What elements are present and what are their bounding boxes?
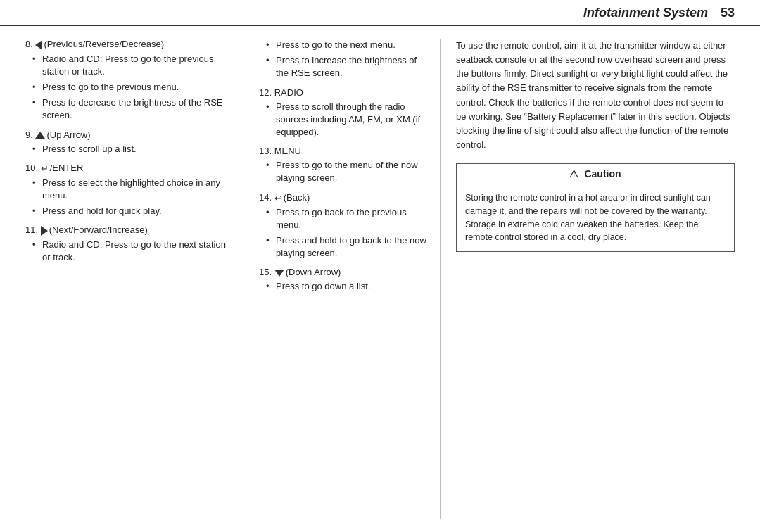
section-10-bullets: Press to select the highlighted choice i… [25,177,230,218]
list-item: Press to go to the previous menu. [32,81,230,94]
section-10: 10. ↵/ENTER Press to select the highligh… [25,163,230,218]
section-9-bullets: Press to scroll up a list. [25,143,230,156]
caution-title: Caution [584,168,621,179]
mid-column: Press to go to the next menu. Press to i… [243,39,441,519]
section-11-bullets: Radio and CD: Press to go to the next st… [25,239,230,264]
list-item: Press to go down a list. [266,280,427,293]
section-14-heading: 14. ↩(Back) [259,192,427,203]
section-9-label: (Up Arrow) [46,129,90,140]
section-12-bullets: Press to scroll through the radio source… [259,101,427,139]
content-area: 8. (Previous/Reverse/Decrease) Radio and… [0,26,760,532]
section-15-label: (Down Arrow) [286,267,341,277]
section-15-bullets: Press to go down a list. [259,280,427,293]
right-body-text: To use the remote control, aim it at the… [456,39,735,152]
section-14-bullets: Press to go back to the previous menu. P… [259,206,427,260]
section-13-label: MENU [274,146,301,156]
section-13-heading: 13. MENU [259,146,427,156]
page: Infotainment System 53 8. (Previous/Reve… [0,0,760,532]
list-item: Press to go to the next menu. [266,39,427,51]
right-column: To use the remote control, aim it at the… [441,39,735,519]
section-11-cont: Press to go to the next menu. Press to i… [259,39,427,80]
section-11-cont-bullets: Press to go to the next menu. Press to i… [259,39,427,80]
prev-triangle-icon [35,40,42,50]
next-triangle-icon [41,226,48,236]
list-item: Press to scroll up a list. [32,143,230,156]
section-14-label: (Back) [284,192,310,203]
caution-header: ⚠ Caution [457,164,734,184]
left-column: 8. (Previous/Reverse/Decrease) Radio and… [25,39,243,519]
section-12-label: RADIO [274,87,303,98]
section-13-bullets: Press to go to the menu of the now playi… [259,159,427,184]
section-10-label: /ENTER [50,163,84,173]
section-8: 8. (Previous/Reverse/Decrease) Radio and… [25,39,230,122]
down-triangle-icon [274,270,284,277]
enter-arrow-icon: ↵ [41,163,49,174]
section-11-label: (Next/Forward/Increase) [49,224,148,235]
list-item: Radio and CD: Press to go to the next st… [32,239,230,264]
section-8-bullets: Radio and CD: Press to go to the previou… [25,53,230,122]
list-item: Press to increase the brightness of the … [266,54,427,80]
section-15-heading: 15. (Down Arrow) [259,267,427,277]
section-14: 14. ↩(Back) Press to go back to the prev… [259,192,427,260]
page-header: Infotainment System 53 [0,0,760,26]
list-item: Press to go back to the previous menu. [266,206,427,232]
header-title: Infotainment System [583,6,708,20]
section-8-label: (Previous/Reverse/Decrease) [44,39,164,49]
section-13: 13. MENU Press to go to the menu of the … [259,146,427,184]
section-10-heading: 10. ↵/ENTER [25,163,230,174]
list-item: Press to go to the menu of the now playi… [266,159,427,184]
section-8-heading: 8. (Previous/Reverse/Decrease) [25,39,230,50]
list-item: Press to scroll through the radio source… [266,101,427,139]
section-12-heading: 12. RADIO [259,87,427,98]
section-12: 12. RADIO Press to scroll through the ra… [259,87,427,139]
list-item: Radio and CD: Press to go to the previou… [32,53,230,78]
caution-body-text: Storing the remote control in a hot area… [457,184,734,251]
list-item: Press and hold to go back to the now pla… [266,234,427,260]
back-arrow-icon: ↩ [274,193,282,203]
section-11: 11. (Next/Forward/Increase) Radio and CD… [25,224,230,264]
caution-triangle-icon: ⚠ [569,168,578,179]
section-11-heading: 11. (Next/Forward/Increase) [25,224,230,236]
section-15: 15. (Down Arrow) Press to go down a list… [259,267,427,293]
up-triangle-icon [35,132,45,139]
list-item: Press to select the highlighted choice i… [32,177,230,202]
header-page-number: 53 [721,6,735,20]
section-9: 9. (Up Arrow) Press to scroll up a list. [25,129,230,156]
list-item: Press and hold for quick play. [32,205,230,217]
section-9-heading: 9. (Up Arrow) [25,129,230,140]
list-item: Press to decrease the brightness of the … [32,96,230,122]
caution-box: ⚠ Caution Storing the remote control in … [456,163,735,252]
